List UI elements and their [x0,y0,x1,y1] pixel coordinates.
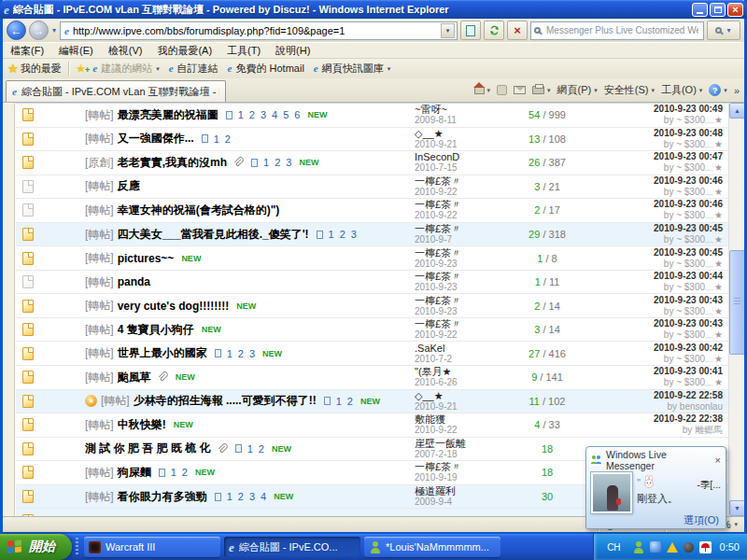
thread-author-link[interactable]: ◇__★ [415,128,504,139]
close-button[interactable]: × [727,3,743,17]
last-post-author-link[interactable]: by ~ $300﹏★ [590,162,723,174]
last-post-author-link[interactable]: by ~ $300﹏★ [590,354,723,365]
thread-title-link[interactable]: 幸運女神的祝福(會考試合格的)") [118,203,280,218]
page-link[interactable]: 1 [336,396,342,407]
last-post-author-link[interactable]: by ~ $300﹏★ [590,210,723,221]
thread-author-link[interactable]: 一檸£茶〃 [415,271,504,282]
restore-button[interactable] [710,3,726,17]
read-mail-icon[interactable] [514,86,526,94]
favorites-bar-item[interactable]: e自訂連結 [164,60,223,77]
page-link[interactable]: 3 [261,109,266,120]
thread-author-link[interactable]: 極道羅利 [415,485,504,497]
language-indicator[interactable]: CH [603,541,624,553]
tab-active[interactable]: e 綜合貼圖 - IPvE.COM vLan 互聯對戰論壇 - Powere..… [6,80,226,102]
thread-author-link[interactable]: 一檸£茶〃 [415,199,504,210]
page-link[interactable]: 1 [263,157,269,168]
taskbar-task[interactable]: *Louis'NaMmmmmm... [364,537,500,557]
page-link[interactable]: 3 [351,229,357,240]
thread-title-link[interactable]: 狗屎麵 [118,465,151,481]
favorites-bar-item[interactable]: e建議的網站▾ [88,60,163,77]
last-post-author-link[interactable]: by 雕郷馬 [590,425,723,436]
menu-item[interactable]: 說明(H) [268,43,317,59]
search-go-button[interactable]: ▾ [707,21,740,40]
thread-author-link[interactable]: 敷能獲 [415,413,504,425]
thread-author-link[interactable]: 一檸£茶〃 [415,247,504,259]
thread-author-link[interactable]: 一檸£茶〃 [415,295,504,306]
page-link[interactable]: 3 [249,348,255,359]
thread-author-link[interactable]: .SaKel [415,343,504,354]
page-link[interactable]: 2 [238,348,244,359]
page-link[interactable]: 2 [238,491,244,502]
print-button[interactable]: ▾ [532,86,551,94]
options-link[interactable]: 選項(O) [684,514,719,525]
thread-title-link[interactable]: 少林寺的招生海報 .....可愛到不得了!! [134,393,317,409]
menu-item[interactable]: 工具(T) [219,43,268,59]
menu-item[interactable]: 檢視(V) [101,43,150,59]
thread-title-link[interactable]: 測 試 你 肥 吾 肥 既 梳 化 [85,441,211,456]
volume-tray-icon[interactable] [684,542,694,553]
page-link[interactable]: 2 [275,157,280,168]
help-button[interactable]: ?▾ [709,84,727,96]
thread-title-link[interactable]: 反應 [118,178,140,194]
thread-author-link[interactable]: "(皋月★ [415,366,504,377]
popup-close-icon[interactable]: × [715,455,721,466]
thread-title-link[interactable]: 又一強國傑作... [118,131,194,147]
page-link[interactable]: 1 [329,229,334,240]
page-link[interactable]: 2 [259,443,264,455]
thread-author-link[interactable]: InSeconD [415,151,504,162]
page-link[interactable]: 3 [286,157,291,168]
thread-title-link[interactable]: 4 隻寶貝小狗仔 [118,322,194,338]
page-link[interactable]: 2 [340,229,345,240]
menu-item[interactable]: 編輯(E) [51,43,101,59]
last-post-author-link[interactable]: by ~ $300﹏★ [590,282,723,293]
network-tray-icon[interactable] [650,541,661,553]
last-post-author-link[interactable]: by ~ $300﹏★ [590,377,723,388]
home-button[interactable]: ▾ [474,87,491,94]
last-post-author-link[interactable]: by ~ $300﹏★ [590,187,723,198]
thread-title-link[interactable]: 老老實實,我真的沒mh [118,155,227,171]
page-link[interactable]: 4 [272,109,277,120]
page-link[interactable]: 1 [247,443,253,455]
scroll-down-button[interactable]: ▼ [729,500,744,516]
antivirus-tray-icon[interactable] [699,541,712,553]
vertical-scrollbar[interactable]: ▲ ▼ [728,103,744,516]
page-link[interactable]: 1 [227,491,233,502]
last-post-author-link[interactable]: by ~ $300﹏★ [590,259,723,270]
taskbar-task[interactable]: Warcraft III [84,537,220,557]
last-post-author-link[interactable]: by ~ $300﹏★ [590,306,723,317]
search-options-chevron-icon[interactable]: ▾ [726,26,731,35]
thread-title-link[interactable]: pictures~~ [118,252,175,265]
page-link[interactable]: 1 [171,467,176,478]
thread-title-link[interactable]: 最漂亮美麗的祝福圖 [118,107,218,123]
command-bar-button[interactable]: 網頁(P)▾ [557,83,598,97]
thread-author-link[interactable]: ★夜驰 [415,515,504,516]
back-button[interactable]: ← [7,21,26,40]
thread-title-link[interactable]: 中秋快樂! [118,417,166,433]
search-box[interactable] [530,21,704,40]
alert-tray-icon[interactable] [667,542,678,553]
page-link[interactable]: 2 [225,133,231,145]
messenger-tray-icon[interactable] [632,541,644,553]
add-favorite-icon[interactable]: ★ [76,63,87,75]
scroll-up-button[interactable]: ▲ [729,103,744,119]
page-link[interactable]: 2 [347,396,353,407]
page-link[interactable]: 2 [249,109,255,120]
scrollbar-thumb[interactable] [729,250,744,355]
history-chevron-icon[interactable]: ▾ [51,26,57,35]
thread-author-link[interactable]: 崖壁一飯離 [415,438,504,449]
thread-title-link[interactable]: 四大美女___當我看見此相後._傻笑了'! [118,227,309,243]
thread-title-link[interactable]: very cute's dog!!!!!!!! [118,300,230,313]
favorites-bar-item[interactable]: e免費的 Hotmail [223,60,309,77]
thread-author-link[interactable]: 一檸£茶〃 [415,175,504,187]
start-button[interactable]: 開始 [0,534,72,560]
search-input[interactable] [544,24,700,36]
page-link[interactable]: 6 [294,109,300,120]
page-link[interactable]: 1 [238,109,244,120]
refresh-button[interactable] [484,21,504,40]
last-post-author-link[interactable]: by bensonlau [590,401,723,413]
compatibility-view-button[interactable] [460,21,481,40]
contact-avatar[interactable] [591,472,632,513]
menu-item[interactable]: 檔案(F) [3,43,51,59]
taskbar-clock[interactable]: 0:50 [720,541,740,553]
thread-author-link[interactable]: 一檸£茶〃 [415,318,504,329]
